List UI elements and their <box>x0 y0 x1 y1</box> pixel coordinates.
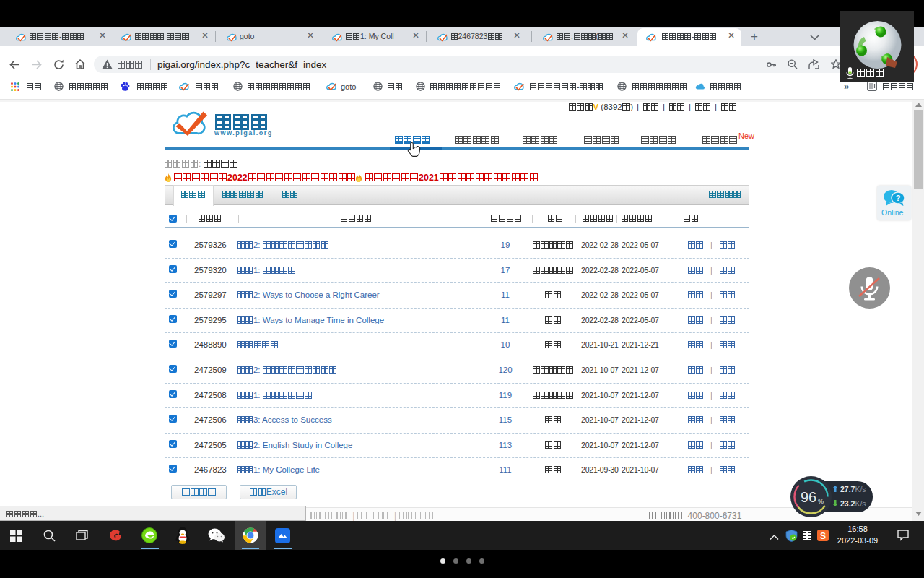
svg-text:96: 96 <box>801 489 816 505</box>
svg-text:?: ? <box>896 194 901 202</box>
svg-text:S: S <box>820 531 826 541</box>
svg-text:%: % <box>818 498 824 505</box>
